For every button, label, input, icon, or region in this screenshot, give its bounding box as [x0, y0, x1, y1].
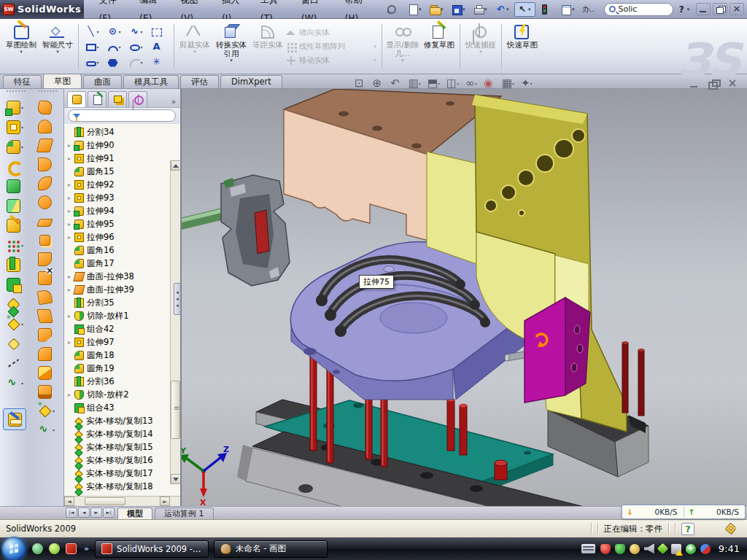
scroll-right-button[interactable]: ► [160, 497, 170, 506]
print-icon[interactable] [471, 2, 492, 17]
scrollbar-thumb[interactable] [171, 381, 180, 439]
scroll-down-button[interactable] [171, 474, 180, 484]
search-box[interactable] [604, 3, 673, 16]
swept-surface-icon[interactable] [32, 98, 63, 117]
model-tab-nav-button[interactable]: |◄ [66, 508, 77, 518]
arc-tool[interactable] [104, 39, 126, 55]
edit-appearance-icon[interactable]: ◉ [484, 77, 498, 90]
undo-icon[interactable] [492, 2, 514, 17]
options-icon[interactable] [558, 2, 579, 17]
feature-tree-item[interactable]: 实体-移动/复制16 [64, 454, 180, 467]
model-tab-nav-button[interactable]: ►| [103, 508, 115, 518]
health-tray-icon[interactable] [686, 544, 696, 554]
slot-tool[interactable] [82, 55, 104, 70]
toolbar-overflow-text[interactable]: 办.. [580, 2, 601, 17]
shell-icon[interactable] [1, 196, 31, 216]
graphics-viewport[interactable]: X Y Z [181, 89, 747, 506]
knit-surface-icon[interactable] [32, 363, 63, 382]
revolved-surface-icon[interactable] [32, 117, 63, 136]
move-copy-body-icon[interactable] [1, 295, 31, 314]
filter-box[interactable] [68, 109, 176, 122]
offset-surface-icon[interactable] [32, 230, 63, 249]
axis-icon[interactable] [1, 354, 31, 373]
display-delete-relations-button[interactable]: 显示/删除几... ▾ [384, 21, 421, 72]
ellipse-tool[interactable] [126, 39, 148, 55]
zoom-to-fit-icon[interactable]: ⊡ [355, 77, 368, 90]
antivirus-tray-icon[interactable] [600, 544, 611, 554]
panel-overflow-button[interactable]: » [171, 98, 179, 107]
command-tab[interactable]: DimXpert [220, 75, 282, 88]
panel-splitter-arrows[interactable]: ◂ ◂ ◂ [174, 283, 181, 315]
feature-tree-item[interactable]: ▸ 拉伸90 [64, 139, 180, 152]
feature-tree-item[interactable]: 分割34 [64, 125, 180, 139]
toolbar-grip[interactable] [38, 90, 57, 96]
feature-tree-item[interactable]: 实体-移动/复制13 [64, 414, 180, 427]
selection-box-tool[interactable] [148, 24, 170, 39]
pushpin-icon[interactable] [383, 2, 404, 17]
tree-horizontal-scrollbar[interactable]: ◄ ► [64, 496, 180, 506]
messenger-quicklaunch-icon[interactable] [32, 543, 43, 554]
expand-arrow-icon[interactable]: ▸ [68, 182, 74, 188]
model-tab-nav-button[interactable]: ► [90, 508, 102, 518]
linear-sketch-pattern-button[interactable]: 线性草图阵列 ▾ [286, 41, 379, 52]
scroll-up-button[interactable] [171, 160, 180, 171]
taskbar-window-button[interactable]: SolidWorks 2009 - ... [95, 540, 209, 558]
command-tab[interactable]: 评估 [180, 75, 219, 88]
expand-arrow-icon[interactable]: ▸ [68, 339, 74, 346]
feature-tree-item[interactable]: ▸ 拉伸92 [64, 178, 180, 191]
feature-tree-item[interactable]: 分割36 [64, 375, 180, 388]
instant3d-button[interactable] [3, 408, 26, 430]
feature-tree-item[interactable]: 实体-移动/复制15 [64, 440, 180, 454]
feature-tree-item[interactable]: 圆角15 [64, 165, 180, 178]
save-icon[interactable] [449, 2, 470, 17]
minimize-button[interactable] [696, 3, 711, 15]
feature-tree-item[interactable]: 组合42 [64, 322, 180, 335]
taskbar-window-button[interactable]: 未命名 - 画图 [214, 540, 328, 558]
linear-pattern-icon[interactable] [1, 236, 31, 255]
dimxpertmanager-tab[interactable] [128, 91, 147, 107]
command-tab[interactable]: 草图 [43, 74, 82, 88]
open-icon[interactable] [427, 2, 448, 17]
trim-entities-button[interactable]: 剪裁实体 ▾ [177, 21, 213, 72]
section-view-icon[interactable]: ▥ [409, 77, 423, 90]
mirror-entities-button[interactable]: 镜向实体 [286, 27, 379, 39]
filter-input[interactable] [83, 112, 156, 120]
part-stop-pin[interactable] [495, 460, 507, 480]
apply-scene-icon[interactable]: ▦ [502, 77, 516, 90]
sketch-fillet-tool[interactable] [126, 55, 148, 70]
help-button[interactable]: ? [676, 4, 687, 15]
taskbar-clock[interactable]: 9:41 [719, 543, 740, 554]
scroll-left-button[interactable]: ◄ [64, 497, 74, 506]
move-entities-button[interactable]: 移动实体 ▾ [286, 55, 379, 66]
toolbar-grip[interactable] [7, 90, 26, 96]
text-tool[interactable]: A [148, 39, 170, 55]
new-document-icon[interactable] [405, 2, 426, 17]
replace-face-icon[interactable] [32, 287, 63, 306]
convert-entities-button[interactable]: 转换实体引用 ▾ [213, 21, 249, 72]
sketch-button[interactable]: 草图绘制 ▾ [3, 21, 39, 72]
fillet-icon[interactable] [1, 137, 31, 157]
start-button[interactable] [1, 537, 26, 560]
extruded-surface-icon[interactable] [32, 136, 63, 155]
guard-tray-icon[interactable] [615, 544, 625, 554]
restore-button[interactable] [713, 3, 727, 15]
model-tab[interactable]: 运动算例 1 [155, 508, 214, 519]
feature-tree-item[interactable]: 圆角17 [64, 257, 180, 270]
doc-minimize-button[interactable] [687, 78, 702, 90]
language-bar-icon[interactable] [581, 544, 595, 553]
feature-tree-item[interactable]: ▸ 拉伸95 [64, 217, 180, 230]
search-input[interactable] [618, 4, 665, 14]
feature-tree-item[interactable]: ▸ 拉伸91 [64, 152, 180, 165]
featuremanager-tab[interactable] [67, 91, 86, 107]
display-style-icon[interactable]: ◫ [446, 77, 461, 90]
command-tab[interactable]: 曲面 [83, 75, 122, 88]
swept-boss-icon[interactable] [1, 157, 31, 176]
extruded-cut-icon[interactable] [1, 117, 31, 137]
feature-tree-item[interactable]: ▸ 曲面-拉伸38 [64, 270, 180, 283]
draft-icon[interactable] [1, 216, 31, 236]
feature-tree-item[interactable]: 分割35 [64, 296, 180, 309]
rebuild-icon[interactable] [536, 2, 557, 17]
lofted-surface-icon[interactable] [32, 155, 63, 174]
quick-snaps-button[interactable]: 快速捕捉 ▾ [462, 21, 499, 72]
untrim-surface-icon[interactable] [32, 344, 63, 363]
